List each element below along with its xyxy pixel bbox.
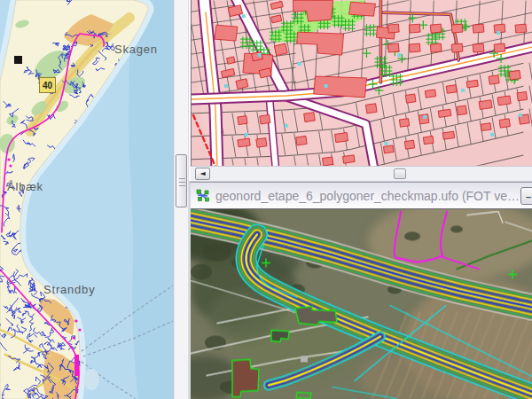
- scroll-left-button[interactable]: ◄: [195, 168, 210, 180]
- cadastral-map-panel[interactable]: [189, 0, 532, 166]
- map-label-strandby: Strandby: [43, 283, 95, 296]
- thumb-grip: [179, 182, 185, 183]
- route-number-badge: 40: [39, 77, 56, 93]
- map-label-aalbaek: Ålbæk: [7, 180, 43, 193]
- overview-map-canvas[interactable]: [0, 0, 173, 399]
- horizontal-scrollbar-thumb[interactable]: [394, 168, 406, 179]
- checkmap-window[interactable]: geonord_etape_6_polygoner_checkmap.ufo (…: [189, 182, 532, 399]
- vertical-scrollbar-thumb[interactable]: [176, 154, 187, 207]
- aerial-map-view[interactable]: [191, 209, 532, 399]
- map-document-icon: [196, 189, 210, 203]
- gis-application: Skagen Ålbæk Strandby 40 ◄ g: [0, 0, 532, 399]
- thumb-grip: [179, 185, 185, 186]
- window-title: geonord_etape_6_polygoner_checkmap.ufo (…: [215, 189, 520, 203]
- cadastral-horizontal-scrollbar[interactable]: ◄: [189, 166, 532, 181]
- aerial-map-canvas[interactable]: [191, 209, 532, 399]
- cadastral-map-border: [191, 0, 532, 166]
- map-label-skagen: Skagen: [114, 43, 158, 56]
- overview-vertical-scrollbar[interactable]: [174, 0, 189, 399]
- checkmap-titlebar[interactable]: geonord_etape_6_polygoner_checkmap.ufo (…: [191, 183, 532, 209]
- thumb-grip: [179, 178, 185, 179]
- selection-marker: [14, 56, 22, 64]
- cadastral-map-canvas[interactable]: [192, 0, 532, 166]
- minimize-icon: –: [526, 192, 531, 202]
- overview-map-panel[interactable]: Skagen Ålbæk Strandby 40: [0, 0, 173, 399]
- left-arrow-icon: ◄: [200, 169, 205, 177]
- minimize-button[interactable]: –: [520, 187, 532, 205]
